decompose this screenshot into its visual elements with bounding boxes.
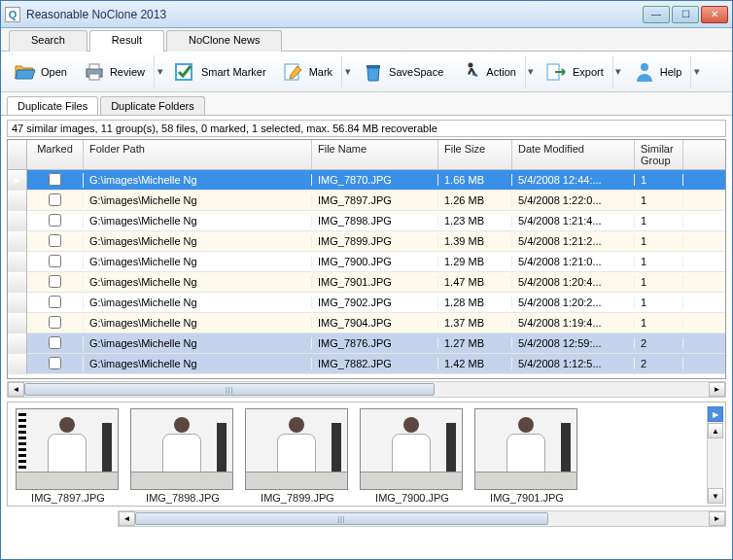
cell-marked[interactable] <box>27 214 84 228</box>
table-row[interactable]: G:\images\Michelle NgIMG_7902.JPG1.28 MB… <box>8 293 725 313</box>
tab-duplicate-files[interactable]: Duplicate Files <box>7 96 98 115</box>
thumbnail[interactable]: IMG_7900.JPG <box>360 408 465 504</box>
table-row[interactable]: G:\images\Michelle NgIMG_7904.JPG1.37 MB… <box>8 313 725 333</box>
person-icon <box>633 60 656 84</box>
smart-marker-button[interactable]: Smart Marker <box>167 55 273 88</box>
table-row[interactable]: G:\images\Michelle NgIMG_7876.JPG1.27 MB… <box>8 333 725 354</box>
cell-file-name: IMG_7870.JPG <box>312 174 438 186</box>
results-grid: Marked Folder Path File Name File Size D… <box>7 139 726 379</box>
mark-checkbox[interactable] <box>49 296 61 308</box>
titlebar[interactable]: Q Reasonable NoClone 2013 — ☐ ✕ <box>1 1 732 28</box>
table-row[interactable]: G:\images\Michelle NgIMG_7900.JPG1.29 MB… <box>8 252 725 272</box>
table-row[interactable]: G:\images\Michelle NgIMG_7898.JPG1.23 MB… <box>8 211 725 231</box>
thumb-vscrollbar[interactable]: ▶ ▲ ▼ <box>707 406 723 504</box>
table-row[interactable]: G:\images\Michelle NgIMG_7897.JPG1.26 MB… <box>8 191 725 211</box>
maximize-button[interactable]: ☐ <box>672 6 699 23</box>
table-row[interactable]: G:\images\Michelle NgIMG_7901.JPG1.47 MB… <box>8 272 725 293</box>
tab-result[interactable]: Result <box>89 30 164 52</box>
minimize-button[interactable]: — <box>643 6 670 23</box>
row-indicator <box>8 333 27 354</box>
cell-marked[interactable] <box>27 336 84 351</box>
cell-marked[interactable] <box>27 316 84 331</box>
scroll-left-icon[interactable]: ◄ <box>8 382 24 397</box>
slideshow-play-icon[interactable]: ▶ <box>708 406 723 422</box>
thumb-scroll-down-icon[interactable]: ▼ <box>708 488 723 504</box>
cell-file-name: IMG_7898.JPG <box>312 215 438 227</box>
mark-checkbox[interactable] <box>49 193 61 206</box>
col-file-name[interactable]: File Name <box>312 140 438 169</box>
trash-icon <box>362 60 385 84</box>
mark-checkbox[interactable] <box>49 234 61 247</box>
mark-checkbox[interactable] <box>49 255 61 267</box>
action-dropdown[interactable]: ▾ <box>525 55 537 88</box>
review-button[interactable]: Review <box>76 55 152 88</box>
cell-file-size: 1.29 MB <box>438 256 512 267</box>
checkmark-icon <box>174 60 197 84</box>
grid-hscrollbar[interactable]: ◄ ||| ► <box>7 381 726 398</box>
cell-date-modified: 5/4/2008 12:44:... <box>512 174 635 186</box>
mark-checkbox[interactable] <box>49 275 61 288</box>
thumb-scroll-up-icon[interactable]: ▲ <box>708 423 723 438</box>
export-button[interactable]: Export <box>539 55 611 88</box>
mark-checkbox[interactable] <box>49 214 61 227</box>
cell-marked[interactable] <box>27 357 84 371</box>
svg-rect-5 <box>366 65 380 68</box>
cell-marked[interactable] <box>27 193 84 208</box>
cell-date-modified: 5/4/2008 1:22:0... <box>512 194 635 206</box>
thumbnail-panel: IMG_7897.JPGIMG_7898.JPGIMG_7899.JPGIMG_… <box>7 402 726 507</box>
tab-search[interactable]: Search <box>9 30 87 52</box>
row-header-corner <box>8 140 27 169</box>
col-similar-group[interactable]: Similar Group <box>635 140 683 169</box>
mark-checkbox[interactable] <box>49 336 61 349</box>
cell-marked[interactable] <box>27 234 84 249</box>
thumb-scroll-right-icon[interactable]: ► <box>709 511 725 526</box>
help-dropdown[interactable]: ▾ <box>690 55 702 88</box>
col-marked[interactable]: Marked <box>27 140 84 169</box>
thumbnail[interactable]: IMG_7898.JPG <box>130 408 235 504</box>
cell-marked[interactable] <box>27 173 84 188</box>
cell-file-size: 1.66 MB <box>438 174 512 186</box>
col-folder-path[interactable]: Folder Path <box>84 140 312 169</box>
thumbnail[interactable]: IMG_7901.JPG <box>474 408 579 504</box>
scroll-thumb[interactable]: ||| <box>24 383 435 396</box>
thumb-scroll-thumb[interactable]: ||| <box>135 512 548 525</box>
thumb-hscrollbar[interactable]: ◄ ||| ► <box>118 510 726 527</box>
table-row[interactable]: ▶G:\images\Michelle NgIMG_7870.JPG1.66 M… <box>8 170 725 191</box>
tab-noclone-news[interactable]: NoClone News <box>166 30 282 52</box>
mark-dropdown[interactable]: ▾ <box>341 55 353 88</box>
cell-group: 1 <box>635 215 683 227</box>
cell-folder-path: G:\images\Michelle Ng <box>84 337 312 349</box>
cell-folder-path: G:\images\Michelle Ng <box>84 235 312 247</box>
cell-group: 1 <box>635 317 683 329</box>
cell-file-size: 1.26 MB <box>438 194 512 206</box>
review-label: Review <box>110 66 145 78</box>
window-title: Reasonable NoClone 2013 <box>26 8 643 21</box>
table-row[interactable]: G:\images\Michelle NgIMG_7882.JPG1.42 MB… <box>8 354 725 374</box>
mark-checkbox[interactable] <box>49 316 61 329</box>
cell-marked[interactable] <box>27 255 84 269</box>
close-button[interactable]: ✕ <box>701 6 728 23</box>
open-button[interactable]: Open <box>7 55 74 88</box>
thumbnail-image <box>16 408 119 490</box>
cell-date-modified: 5/4/2008 1:21:2... <box>512 235 635 247</box>
action-label: Action <box>486 66 516 78</box>
thumbnail[interactable]: IMG_7899.JPG <box>245 408 350 504</box>
table-row[interactable]: G:\images\Michelle NgIMG_7899.JPG1.39 MB… <box>8 231 725 252</box>
export-dropdown[interactable]: ▾ <box>612 55 624 88</box>
thumb-scroll-left-icon[interactable]: ◄ <box>119 511 135 526</box>
col-file-size[interactable]: File Size <box>438 140 512 169</box>
cell-marked[interactable] <box>27 275 84 290</box>
help-button[interactable]: Help <box>626 55 689 88</box>
cell-marked[interactable] <box>27 296 84 310</box>
col-date-modified[interactable]: Date Modified <box>512 140 635 169</box>
review-dropdown[interactable]: ▾ <box>154 55 165 88</box>
mark-checkbox[interactable] <box>49 357 61 369</box>
mark-button[interactable]: Mark <box>275 55 339 88</box>
tab-duplicate-folders[interactable]: Duplicate Folders <box>100 96 205 115</box>
action-button[interactable]: Action <box>452 55 523 88</box>
thumbnail[interactable]: IMG_7897.JPG <box>16 408 121 504</box>
mark-checkbox[interactable] <box>49 173 61 186</box>
scroll-right-icon[interactable]: ► <box>709 382 725 397</box>
savespace-button[interactable]: SaveSpace <box>355 55 450 88</box>
status-bar: 47 similar images, 11 group(s), 58 files… <box>7 120 726 137</box>
